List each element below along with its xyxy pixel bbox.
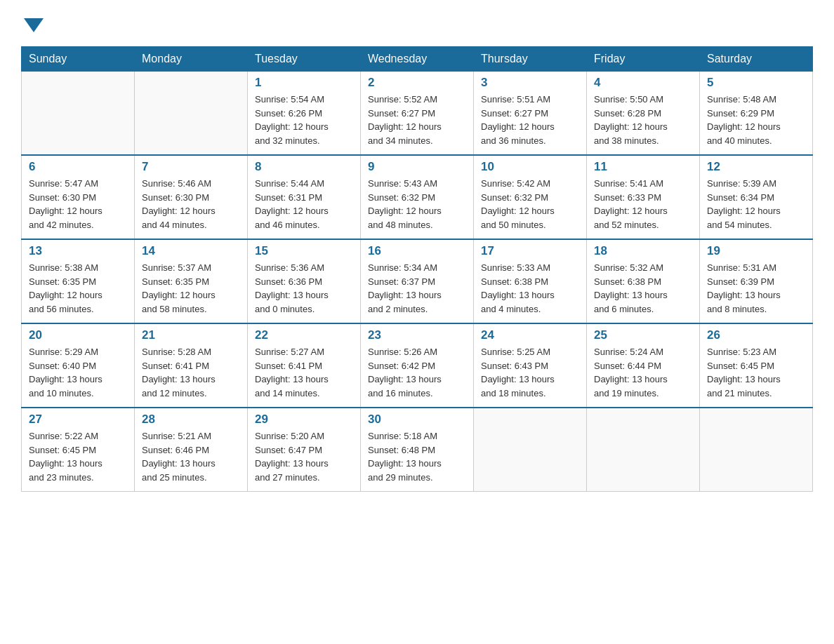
calendar-cell: 1Sunrise: 5:54 AMSunset: 6:26 PMDaylight… — [248, 72, 361, 156]
weekday-header-tuesday: Tuesday — [248, 47, 361, 72]
day-info: Sunrise: 5:54 AMSunset: 6:26 PMDaylight:… — [255, 93, 353, 147]
calendar-cell: 26Sunrise: 5:23 AMSunset: 6:45 PMDayligh… — [700, 323, 813, 408]
weekday-header-monday: Monday — [135, 47, 248, 72]
calendar-cell: 3Sunrise: 5:51 AMSunset: 6:27 PMDaylight… — [474, 72, 587, 156]
day-info: Sunrise: 5:31 AMSunset: 6:39 PMDaylight:… — [707, 261, 805, 316]
calendar-cell: 30Sunrise: 5:18 AMSunset: 6:48 PMDayligh… — [361, 408, 474, 492]
day-number: 29 — [255, 412, 353, 427]
day-number: 30 — [368, 412, 466, 427]
calendar-cell: 27Sunrise: 5:22 AMSunset: 6:45 PMDayligh… — [22, 408, 135, 492]
day-number: 10 — [481, 160, 579, 174]
calendar-week-row: 20Sunrise: 5:29 AMSunset: 6:40 PMDayligh… — [22, 323, 813, 408]
day-info: Sunrise: 5:42 AMSunset: 6:32 PMDaylight:… — [481, 177, 579, 232]
page-header — [21, 14, 813, 32]
calendar-week-row: 6Sunrise: 5:47 AMSunset: 6:30 PMDaylight… — [22, 155, 813, 239]
calendar-cell — [700, 408, 813, 492]
day-number: 28 — [142, 412, 240, 427]
day-info: Sunrise: 5:51 AMSunset: 6:27 PMDaylight:… — [481, 93, 579, 147]
day-info: Sunrise: 5:44 AMSunset: 6:31 PMDaylight:… — [255, 177, 353, 232]
calendar-cell: 12Sunrise: 5:39 AMSunset: 6:34 PMDayligh… — [700, 155, 813, 239]
day-number: 12 — [707, 160, 805, 174]
day-number: 14 — [142, 244, 240, 258]
day-number: 21 — [142, 328, 240, 342]
day-number: 9 — [368, 160, 466, 174]
calendar-week-row: 13Sunrise: 5:38 AMSunset: 6:35 PMDayligh… — [22, 239, 813, 323]
calendar-cell: 29Sunrise: 5:20 AMSunset: 6:47 PMDayligh… — [248, 408, 361, 492]
day-info: Sunrise: 5:25 AMSunset: 6:43 PMDaylight:… — [481, 345, 579, 400]
day-number: 17 — [481, 244, 579, 258]
calendar-cell: 21Sunrise: 5:28 AMSunset: 6:41 PMDayligh… — [135, 323, 248, 408]
day-number: 19 — [707, 244, 805, 258]
day-info: Sunrise: 5:32 AMSunset: 6:38 PMDaylight:… — [594, 261, 692, 316]
day-info: Sunrise: 5:50 AMSunset: 6:28 PMDaylight:… — [594, 93, 692, 147]
day-number: 16 — [368, 244, 466, 258]
weekday-header-row: SundayMondayTuesdayWednesdayThursdayFrid… — [22, 47, 813, 72]
calendar-table: SundayMondayTuesdayWednesdayThursdayFrid… — [21, 46, 813, 492]
calendar-cell: 18Sunrise: 5:32 AMSunset: 6:38 PMDayligh… — [587, 239, 700, 323]
day-info: Sunrise: 5:20 AMSunset: 6:47 PMDaylight:… — [255, 429, 353, 484]
calendar-cell: 17Sunrise: 5:33 AMSunset: 6:38 PMDayligh… — [474, 239, 587, 323]
day-info: Sunrise: 5:39 AMSunset: 6:34 PMDaylight:… — [707, 177, 805, 232]
calendar-cell: 23Sunrise: 5:26 AMSunset: 6:42 PMDayligh… — [361, 323, 474, 408]
day-info: Sunrise: 5:48 AMSunset: 6:29 PMDaylight:… — [707, 93, 805, 147]
calendar-cell: 14Sunrise: 5:37 AMSunset: 6:35 PMDayligh… — [135, 239, 248, 323]
day-info: Sunrise: 5:52 AMSunset: 6:27 PMDaylight:… — [368, 93, 466, 147]
day-number: 7 — [142, 160, 240, 174]
day-number: 27 — [29, 412, 127, 427]
calendar-cell: 6Sunrise: 5:47 AMSunset: 6:30 PMDaylight… — [22, 155, 135, 239]
day-number: 4 — [594, 76, 692, 90]
day-number: 22 — [255, 328, 353, 342]
day-number: 24 — [481, 328, 579, 342]
day-info: Sunrise: 5:33 AMSunset: 6:38 PMDaylight:… — [481, 261, 579, 316]
calendar-cell: 4Sunrise: 5:50 AMSunset: 6:28 PMDaylight… — [587, 72, 700, 156]
day-number: 11 — [594, 160, 692, 174]
day-info: Sunrise: 5:43 AMSunset: 6:32 PMDaylight:… — [368, 177, 466, 232]
day-number: 26 — [707, 328, 805, 342]
day-info: Sunrise: 5:46 AMSunset: 6:30 PMDaylight:… — [142, 177, 240, 232]
day-info: Sunrise: 5:37 AMSunset: 6:35 PMDaylight:… — [142, 261, 240, 316]
calendar-cell — [135, 72, 248, 156]
calendar-cell: 2Sunrise: 5:52 AMSunset: 6:27 PMDaylight… — [361, 72, 474, 156]
day-info: Sunrise: 5:47 AMSunset: 6:30 PMDaylight:… — [29, 177, 127, 232]
calendar-cell: 25Sunrise: 5:24 AMSunset: 6:44 PMDayligh… — [587, 323, 700, 408]
calendar-cell: 9Sunrise: 5:43 AMSunset: 6:32 PMDaylight… — [361, 155, 474, 239]
weekday-header-wednesday: Wednesday — [361, 47, 474, 72]
day-info: Sunrise: 5:34 AMSunset: 6:37 PMDaylight:… — [368, 261, 466, 316]
day-number: 3 — [481, 76, 579, 90]
day-info: Sunrise: 5:21 AMSunset: 6:46 PMDaylight:… — [142, 429, 240, 484]
day-info: Sunrise: 5:26 AMSunset: 6:42 PMDaylight:… — [368, 345, 466, 400]
day-info: Sunrise: 5:24 AMSunset: 6:44 PMDaylight:… — [594, 345, 692, 400]
day-info: Sunrise: 5:29 AMSunset: 6:40 PMDaylight:… — [29, 345, 127, 400]
calendar-cell: 19Sunrise: 5:31 AMSunset: 6:39 PMDayligh… — [700, 239, 813, 323]
day-number: 23 — [368, 328, 466, 342]
calendar-cell: 11Sunrise: 5:41 AMSunset: 6:33 PMDayligh… — [587, 155, 700, 239]
calendar-cell — [587, 408, 700, 492]
day-number: 18 — [594, 244, 692, 258]
day-info: Sunrise: 5:38 AMSunset: 6:35 PMDaylight:… — [29, 261, 127, 316]
calendar-week-row: 1Sunrise: 5:54 AMSunset: 6:26 PMDaylight… — [22, 72, 813, 156]
day-number: 6 — [29, 160, 127, 174]
weekday-header-sunday: Sunday — [22, 47, 135, 72]
day-number: 25 — [594, 328, 692, 342]
calendar-cell: 16Sunrise: 5:34 AMSunset: 6:37 PMDayligh… — [361, 239, 474, 323]
calendar-cell: 24Sunrise: 5:25 AMSunset: 6:43 PMDayligh… — [474, 323, 587, 408]
weekday-header-thursday: Thursday — [474, 47, 587, 72]
calendar-cell: 15Sunrise: 5:36 AMSunset: 6:36 PMDayligh… — [248, 239, 361, 323]
calendar-cell: 28Sunrise: 5:21 AMSunset: 6:46 PMDayligh… — [135, 408, 248, 492]
day-number: 15 — [255, 244, 353, 258]
day-info: Sunrise: 5:23 AMSunset: 6:45 PMDaylight:… — [707, 345, 805, 400]
logo-arrow-icon — [24, 18, 44, 32]
calendar-week-row: 27Sunrise: 5:22 AMSunset: 6:45 PMDayligh… — [22, 408, 813, 492]
day-number: 13 — [29, 244, 127, 258]
day-info: Sunrise: 5:36 AMSunset: 6:36 PMDaylight:… — [255, 261, 353, 316]
calendar-cell: 10Sunrise: 5:42 AMSunset: 6:32 PMDayligh… — [474, 155, 587, 239]
day-info: Sunrise: 5:41 AMSunset: 6:33 PMDaylight:… — [594, 177, 692, 232]
logo — [21, 14, 44, 32]
day-number: 2 — [368, 76, 466, 90]
day-info: Sunrise: 5:28 AMSunset: 6:41 PMDaylight:… — [142, 345, 240, 400]
calendar-cell: 22Sunrise: 5:27 AMSunset: 6:41 PMDayligh… — [248, 323, 361, 408]
day-info: Sunrise: 5:22 AMSunset: 6:45 PMDaylight:… — [29, 429, 127, 484]
weekday-header-saturday: Saturday — [700, 47, 813, 72]
weekday-header-friday: Friday — [587, 47, 700, 72]
calendar-cell: 7Sunrise: 5:46 AMSunset: 6:30 PMDaylight… — [135, 155, 248, 239]
